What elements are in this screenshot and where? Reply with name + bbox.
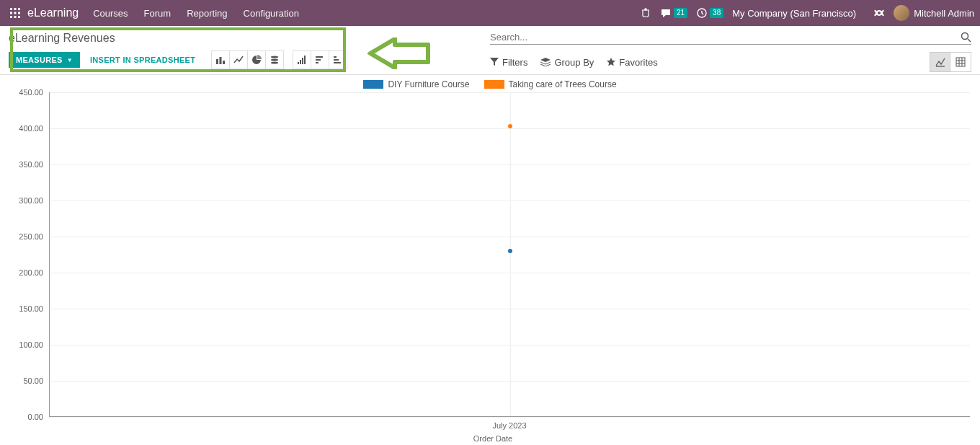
avatar <box>894 5 909 21</box>
y-tick-label: 250.00 <box>19 232 43 241</box>
chart-plot: 0.0050.00100.00150.00200.00250.00300.003… <box>12 92 974 437</box>
y-tick-label: 150.00 <box>19 304 43 313</box>
favorites-button[interactable]: Favorites <box>607 57 657 68</box>
pivot-view-icon[interactable] <box>950 53 971 71</box>
svg-rect-0 <box>10 8 12 10</box>
plot-area <box>49 92 970 417</box>
svg-point-16 <box>271 62 278 64</box>
svg-rect-4 <box>14 12 17 14</box>
y-tick-label: 0.00 <box>28 413 43 421</box>
line-chart-icon[interactable] <box>229 50 248 69</box>
stacked-icon[interactable] <box>265 50 284 69</box>
bar-chart-icon[interactable] <box>211 50 230 69</box>
chart-container: DIY Furniture Course Taking care of Tree… <box>0 75 980 437</box>
nav-forum[interactable]: Forum <box>144 8 172 19</box>
star-icon <box>607 58 615 66</box>
svg-rect-17 <box>298 62 299 64</box>
svg-rect-12 <box>220 57 222 64</box>
svg-point-27 <box>962 33 968 40</box>
measures-button[interactable]: MEASURES▼ <box>9 52 80 68</box>
search-input[interactable] <box>490 32 961 43</box>
svg-rect-22 <box>316 59 321 61</box>
nav-courses[interactable]: Courses <box>93 8 128 19</box>
svg-rect-26 <box>334 56 337 58</box>
svg-point-14 <box>271 56 278 58</box>
chevron-down-icon: ▼ <box>67 57 73 63</box>
graph-view-icon[interactable] <box>930 53 950 71</box>
legend-swatch <box>484 80 504 89</box>
legend-swatch <box>363 80 383 89</box>
nav-reporting[interactable]: Reporting <box>187 8 227 19</box>
svg-point-9 <box>645 9 646 10</box>
svg-rect-28 <box>956 58 965 66</box>
svg-rect-6 <box>10 16 12 18</box>
legend-item-0[interactable]: DIY Furniture Course <box>363 79 469 89</box>
data-point[interactable] <box>508 249 512 253</box>
x-axis-title: Order Date <box>473 434 512 443</box>
insert-spreadsheet-button[interactable]: INSERT IN SPREADSHEET <box>83 52 202 68</box>
svg-point-15 <box>271 59 278 61</box>
voip-icon[interactable] <box>640 7 651 19</box>
svg-rect-5 <box>18 12 20 14</box>
y-tick-label: 400.00 <box>19 124 43 133</box>
svg-rect-24 <box>334 62 341 63</box>
y-tick-label: 200.00 <box>19 268 43 277</box>
apps-icon[interactable] <box>9 6 22 19</box>
x-tick-label: July 2023 <box>492 421 526 430</box>
chart-legend: DIY Furniture Course Taking care of Tree… <box>6 79 974 89</box>
activities-badge: 38 <box>710 8 723 18</box>
user-menu[interactable]: Mitchell Admin <box>894 5 974 21</box>
svg-rect-1 <box>14 8 17 10</box>
y-tick-label: 350.00 <box>19 160 43 169</box>
y-tick-label: 300.00 <box>19 196 43 205</box>
svg-rect-8 <box>18 16 20 18</box>
messages-icon[interactable]: 21 <box>660 7 687 19</box>
y-axis: 0.0050.00100.00150.00200.00250.00300.003… <box>12 92 46 417</box>
svg-rect-25 <box>334 59 339 61</box>
svg-rect-7 <box>14 16 17 18</box>
control-panel: eLearning Revenues MEASURES▼ INSERT IN S… <box>0 26 980 75</box>
y-tick-label: 450.00 <box>19 88 43 97</box>
legend-item-1[interactable]: Taking care of Trees Course <box>484 79 617 89</box>
pie-chart-icon[interactable] <box>247 50 266 69</box>
activities-icon[interactable]: 38 <box>696 7 723 19</box>
page-title: eLearning Revenues <box>9 32 490 45</box>
groupby-button[interactable]: Group By <box>540 57 594 68</box>
nav-configuration[interactable]: Configuration <box>244 8 299 19</box>
svg-rect-20 <box>304 56 306 64</box>
filters-button[interactable]: Filters <box>490 57 527 68</box>
svg-rect-23 <box>316 62 318 63</box>
brand-label[interactable]: eLearning <box>27 6 79 19</box>
layers-icon <box>540 58 551 66</box>
user-name: Mitchell Admin <box>914 8 974 19</box>
messages-badge: 21 <box>674 8 687 18</box>
y-tick-label: 50.00 <box>23 376 43 385</box>
y-tick-label: 100.00 <box>19 340 43 349</box>
svg-rect-18 <box>300 60 301 64</box>
debug-icon[interactable] <box>873 7 885 19</box>
svg-rect-13 <box>223 61 225 64</box>
top-navbar: eLearning Courses Forum Reporting Config… <box>0 0 980 26</box>
sort-desc-icon[interactable] <box>311 50 329 69</box>
svg-rect-3 <box>10 12 12 14</box>
svg-rect-21 <box>316 56 323 58</box>
sort-bars-icon[interactable] <box>293 50 311 69</box>
sort-asc-icon[interactable] <box>329 50 347 69</box>
filter-icon <box>490 58 499 66</box>
company-selector[interactable]: My Company (San Francisco) <box>732 8 856 19</box>
svg-rect-11 <box>216 59 218 64</box>
data-point[interactable] <box>508 124 512 128</box>
svg-rect-2 <box>18 8 20 10</box>
search-icon[interactable] <box>961 32 971 43</box>
view-switcher <box>930 52 971 72</box>
svg-rect-19 <box>302 58 303 64</box>
